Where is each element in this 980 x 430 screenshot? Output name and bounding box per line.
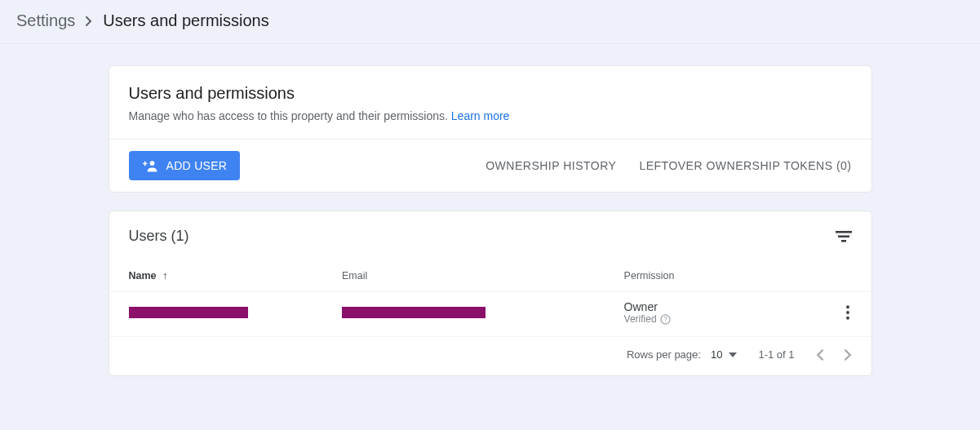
- subtitle-text: Manage who has access to this property a…: [129, 109, 448, 122]
- col-name[interactable]: Name ↑: [109, 250, 323, 292]
- users-table: Name ↑ Email Permission: [109, 250, 871, 336]
- rows-per-page-label: Rows per page:: [627, 348, 701, 361]
- breadcrumb-root[interactable]: Settings: [16, 11, 75, 30]
- svg-rect-2: [144, 162, 145, 166]
- breadcrumb-current: Users and permissions: [103, 11, 268, 30]
- col-actions: [826, 250, 871, 292]
- svg-text:?: ?: [663, 315, 667, 323]
- rows-per-page-select[interactable]: 10: [711, 348, 737, 361]
- page-title: Users and permissions: [129, 84, 852, 103]
- svg-point-8: [846, 305, 849, 308]
- col-permission[interactable]: Permission: [605, 250, 826, 292]
- ownership-history-link[interactable]: OWNERSHIP HISTORY: [486, 159, 616, 172]
- sort-asc-icon: ↑: [162, 269, 168, 281]
- more-vert-icon[interactable]: [845, 305, 852, 320]
- card-users-permissions: Users and permissions Manage who has acc…: [109, 65, 872, 193]
- prev-page-button[interactable]: [816, 349, 823, 361]
- help-icon[interactable]: ?: [660, 314, 671, 325]
- add-user-button[interactable]: ADD USER: [129, 151, 241, 180]
- svg-point-0: [149, 161, 154, 166]
- svg-point-9: [846, 311, 849, 314]
- svg-rect-4: [838, 235, 849, 237]
- breadcrumb: Settings Users and permissions: [0, 0, 980, 44]
- rows-per-page-value: 10: [711, 348, 722, 361]
- chevron-right-icon: [85, 16, 93, 26]
- svg-rect-3: [836, 231, 852, 233]
- leftover-tokens-link[interactable]: LEFTOVER OWNERSHIP TOKENS (0): [639, 159, 851, 172]
- dropdown-icon: [729, 352, 737, 357]
- cell-permission: Owner: [624, 300, 806, 313]
- cell-name-redacted: [129, 307, 248, 318]
- svg-rect-5: [841, 240, 846, 242]
- filter-icon[interactable]: [836, 230, 852, 243]
- person-add-icon: [142, 159, 158, 172]
- cell-email-redacted: [342, 307, 486, 318]
- table-row: Owner Verified ?: [109, 292, 871, 337]
- page-range: 1-1 of 1: [758, 348, 794, 361]
- col-name-label: Name: [129, 270, 157, 281]
- col-email[interactable]: Email: [322, 250, 605, 292]
- page-subtitle: Manage who has access to this property a…: [129, 109, 852, 122]
- next-page-button[interactable]: [845, 349, 852, 361]
- table-pager: Rows per page: 10 1-1 of 1: [109, 336, 871, 375]
- card-users-list: Users (1) Name ↑ Email Permissio: [109, 211, 872, 376]
- cell-permission-sub: Verified: [624, 313, 657, 325]
- users-list-title: Users (1): [129, 228, 189, 245]
- svg-point-10: [846, 317, 849, 320]
- learn-more-link[interactable]: Learn more: [451, 109, 510, 122]
- add-user-label: ADD USER: [166, 159, 228, 172]
